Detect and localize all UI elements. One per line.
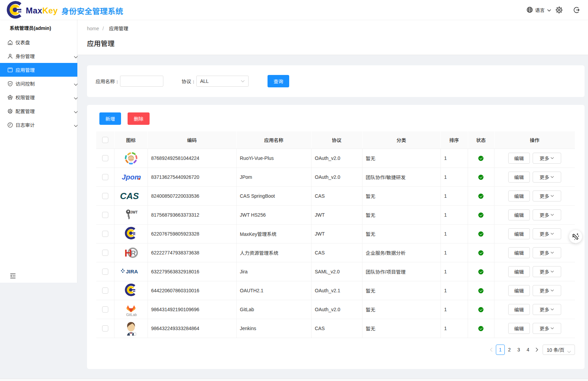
svg-text:R: R (131, 249, 136, 257)
svg-text:GitLab: GitLab (126, 313, 137, 317)
svg-text:JIRA: JIRA (126, 269, 138, 274)
svg-text:Jpom: Jpom (122, 173, 141, 181)
svg-text:JWT: JWT (130, 210, 138, 214)
svg-text:CAS: CAS (120, 191, 139, 201)
